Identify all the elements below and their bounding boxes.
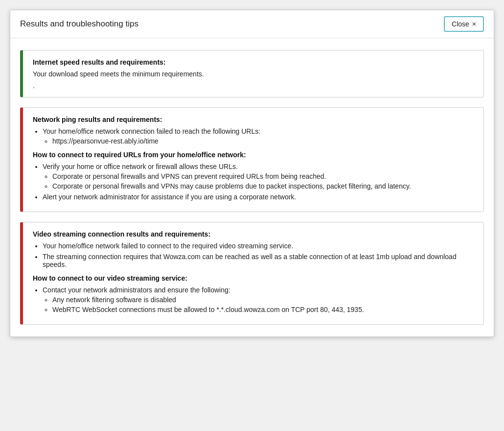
network-tip-1: Verify your home or office network or fi… [43, 163, 474, 190]
network-ping-title: Network ping results and requirements: [33, 116, 474, 123]
video-streaming-list: Your home/office network failed to conne… [43, 242, 474, 268]
video-streaming-subtitle: How to connect to our video streaming se… [33, 274, 474, 282]
video-streaming-title: Video streaming connection results and r… [33, 230, 474, 238]
internet-speed-text: Your download speed meets the minimum re… [33, 70, 474, 78]
network-ping-intro: Your home/office network connection fail… [43, 127, 474, 145]
modal-title: Results and troubleshooting tips [20, 19, 138, 29]
network-tip-1-sub-1: Corporate or personal firewalls and VPNS… [52, 172, 474, 180]
network-ping-list: Your home/office network connection fail… [43, 127, 474, 145]
internet-speed-note: , [33, 82, 474, 89]
url-list: https://pearsonvue-rest.ably.io/time [52, 137, 474, 145]
video-tip-1-sub-1: Any network filtering software is disabl… [52, 296, 474, 304]
modal-header: Results and troubleshooting tips Close × [10, 10, 494, 38]
network-tip-2: Alert your network administrator for ass… [43, 193, 474, 201]
modal-body: Internet speed results and requirements:… [10, 38, 494, 336]
video-streaming-tips: Contact your network administrators and … [43, 286, 474, 313]
modal-container: Results and troubleshooting tips Close ×… [10, 10, 494, 337]
close-button[interactable]: Close × [444, 16, 484, 32]
network-tip-1-subs: Corporate or personal firewalls and VPNS… [52, 172, 474, 190]
video-tip-1-subs: Any network filtering software is disabl… [52, 296, 474, 313]
internet-speed-title: Internet speed results and requirements: [33, 58, 474, 66]
network-ping-card: Network ping results and requirements: Y… [20, 107, 484, 212]
close-icon: × [472, 20, 476, 28]
close-label: Close [452, 20, 469, 28]
video-streaming-bullet-2: The streaming connection requires that W… [43, 253, 474, 268]
video-streaming-bullet-1: Your home/office network failed to conne… [43, 242, 474, 250]
url-item: https://pearsonvue-rest.ably.io/time [52, 137, 474, 145]
video-streaming-card: Video streaming connection results and r… [20, 222, 484, 325]
network-tip-1-sub-2: Corporate or personal firewalls and VPNs… [52, 182, 474, 190]
video-tip-1-sub-2: WebRTC WebSocket connections must be all… [52, 306, 474, 313]
network-ping-tips: Verify your home or office network or fi… [43, 163, 474, 201]
network-ping-subtitle: How to connect to required URLs from you… [33, 151, 474, 159]
video-tip-1: Contact your network administrators and … [43, 286, 474, 313]
internet-speed-card: Internet speed results and requirements:… [20, 50, 484, 97]
